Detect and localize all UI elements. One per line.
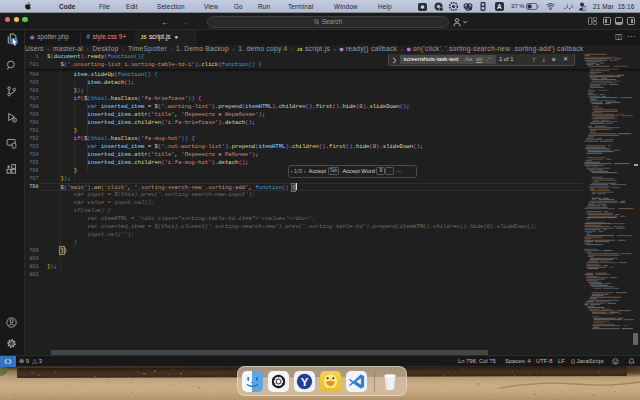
svg-text:A: A [497, 3, 502, 10]
svg-text:Y: Y [301, 376, 309, 388]
